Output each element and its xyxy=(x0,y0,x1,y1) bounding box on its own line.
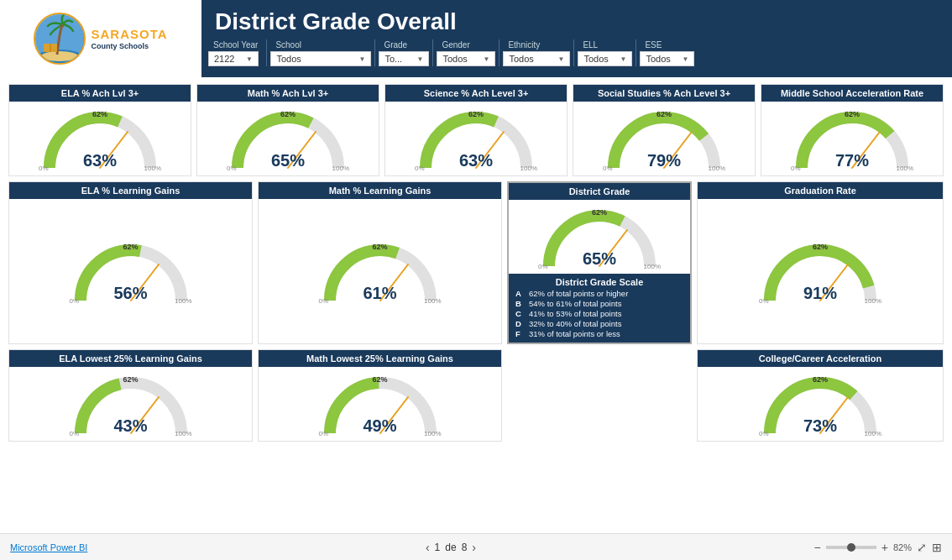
row-3: ELA Lowest 25% Learning Gains 62% 43% 0% xyxy=(8,349,944,442)
page-current: 1 xyxy=(435,542,441,553)
grade-b-letter: B xyxy=(515,299,524,308)
math-ach-card: Math % Ach Lvl 3+ 62% 65% 0% 100% xyxy=(196,84,379,176)
grade-scale-row-c: C 41% to 53% of total points xyxy=(515,309,683,318)
ms-accel-body: 62% 77% 0% 100% xyxy=(761,102,943,175)
grade-d-desc: 32% to 40% of total points xyxy=(529,319,621,328)
logo: SARASOTA County Schools xyxy=(34,13,167,65)
svg-point-2 xyxy=(41,51,78,61)
header: SARASOTA County Schools District Grade O… xyxy=(0,0,952,77)
row2-left: ELA % Learning Gains 62% 56% 0% 100% xyxy=(8,181,502,344)
zoom-minus-button[interactable]: − xyxy=(814,541,821,554)
grade-scale-row-f: F 31% of total points or less xyxy=(515,329,683,338)
divider xyxy=(573,39,574,66)
ela-low25-body: 62% 43% 0% 100% xyxy=(9,367,252,441)
filter-label-ethnicity: Ethnicity xyxy=(503,39,545,51)
fullscreen-icon[interactable]: ⤢ xyxy=(917,541,927,554)
science-ach-body: 62% 63% 0% 100% xyxy=(385,102,567,175)
math-low25-body: 62% 49% 0% 100% xyxy=(259,367,501,441)
grade-scale-rows: A 62% of total points or higher B 54% to… xyxy=(515,289,683,338)
page-separator: de xyxy=(445,542,456,553)
grade-d-letter: D xyxy=(515,319,524,328)
grade-f-desc: 31% of total points or less xyxy=(529,329,620,338)
zoom-plus-button[interactable]: + xyxy=(881,541,888,554)
graduation-body: 62% 91% 0% 100% xyxy=(698,199,943,343)
filter-label-ell: ELL xyxy=(578,39,603,51)
filter-ese[interactable]: Todos ▼ xyxy=(640,51,694,66)
row3-right: College/Career Acceleration 62% 73% 0% xyxy=(697,349,944,442)
science-ach-title: Science % Ach Level 3+ xyxy=(385,85,567,102)
focus-mode-icon[interactable]: ⊞ xyxy=(932,541,942,554)
ela-gains-title: ELA % Learning Gains xyxy=(9,182,252,199)
row3-left: ELA Lowest 25% Learning Gains 62% 43% 0% xyxy=(8,349,502,442)
svg-point-3 xyxy=(60,24,64,28)
powerbi-link[interactable]: Microsoft Power BI xyxy=(10,542,87,552)
row-1: ELA % Ach Lvl 3+ 62% 63% 0% 100% xyxy=(8,84,944,176)
ela-ach-card: ELA % Ach Lvl 3+ 62% 63% 0% 100% xyxy=(8,84,191,176)
page-total: 8 xyxy=(462,542,468,553)
math-gains-title: Math % Learning Gains xyxy=(259,182,501,199)
math-low25-title: Math Lowest 25% Learning Gains xyxy=(259,350,501,367)
filter-label-grade: Grade xyxy=(379,39,412,51)
ela-ach-title: ELA % Ach Lvl 3+ xyxy=(9,85,191,102)
grade-scale-row-a: A 62% of total points or higher xyxy=(515,289,683,298)
filter-label-school: School xyxy=(270,39,306,51)
college-career-title: College/Career Acceleration xyxy=(698,350,943,367)
zoom-thumb xyxy=(847,543,855,552)
main-title: District Grade Overall xyxy=(215,8,457,34)
zoom-level: 82% xyxy=(893,542,912,552)
ms-accel-card: Middle School Acceleration Rate 62% 77% … xyxy=(761,84,944,176)
filter-gender[interactable]: Todos ▼ xyxy=(437,51,495,66)
filter-group-grade: Grade To... ▼ xyxy=(379,39,429,66)
math-low25-card: Math Lowest 25% Learning Gains 62% 49% 0… xyxy=(258,349,502,442)
ela-gains-body: 62% 56% 0% 100% xyxy=(9,199,252,343)
logo-area: SARASOTA County Schools xyxy=(0,0,201,77)
page-prev-button[interactable]: ‹ xyxy=(426,541,430,554)
grade-scale: District Grade Scale A 62% of total poin… xyxy=(509,274,690,343)
grade-a-letter: A xyxy=(515,289,524,298)
filter-bar: School Year 2122 ▼ School Todos ▼ xyxy=(201,39,952,66)
divider xyxy=(636,39,636,66)
graduation-title: Graduation Rate xyxy=(698,182,943,199)
grade-b-desc: 54% to 61% of total points xyxy=(529,299,621,308)
math-ach-body: 62% 65% 0% 100% xyxy=(197,102,379,175)
college-career-body: 62% 73% 0% 100% xyxy=(698,367,943,441)
filter-school-year[interactable]: 2122 ▼ xyxy=(208,51,259,66)
filter-value-school: Todos xyxy=(276,54,301,64)
filter-grade[interactable]: To... ▼ xyxy=(379,51,429,66)
filter-ethnicity[interactable]: Todos ▼ xyxy=(503,51,570,66)
divider xyxy=(499,39,500,66)
bottom-bar: Microsoft Power BI ‹ 1 de 8 › − + 82% ⤢ … xyxy=(0,533,952,560)
title-filter-area: District Grade Overall School Year 2122 … xyxy=(201,0,952,77)
logo-county: County Schools xyxy=(91,42,167,51)
grade-f-letter: F xyxy=(515,329,524,338)
chevron-icon: ▼ xyxy=(682,55,688,63)
math-gains-card: Math % Learning Gains 62% 61% 0% 100% xyxy=(258,181,502,344)
filter-school[interactable]: Todos ▼ xyxy=(270,51,371,66)
grade-c-desc: 41% to 53% of total points xyxy=(529,309,621,318)
main-container: SARASOTA County Schools District Grade O… xyxy=(0,0,952,560)
social-ach-card: Social Studies % Ach Level 3+ 62% 79% 0%… xyxy=(573,84,756,176)
chevron-icon: ▼ xyxy=(620,55,626,63)
grade-a-desc: 62% of total points or higher xyxy=(529,289,628,298)
filter-group-ell: ELL Todos ▼ xyxy=(578,39,632,66)
filter-value-ell: Todos xyxy=(583,54,608,64)
zoom-bar: − + 82% ⤢ ⊞ xyxy=(814,541,942,554)
row-2: ELA % Learning Gains 62% 56% 0% 100% xyxy=(8,181,944,344)
filter-value-grade: To... xyxy=(384,54,402,64)
chevron-icon: ▼ xyxy=(416,55,423,63)
filter-value-ese: Todos xyxy=(646,54,670,64)
logo-image xyxy=(34,13,86,65)
zoom-slider[interactable] xyxy=(826,546,876,549)
college-career-card: College/Career Acceleration 62% 73% 0% xyxy=(697,349,944,442)
row2-right: Graduation Rate 62% 91% 0% 100% xyxy=(697,181,944,344)
math-ach-title: Math % Ach Lvl 3+ xyxy=(197,85,379,102)
district-grade-container: District Grade 62% 65% 0% 100% xyxy=(507,181,692,344)
divider xyxy=(432,39,433,66)
filter-ell[interactable]: Todos ▼ xyxy=(578,51,632,66)
row3-middle-spacer xyxy=(507,349,692,442)
ela-low25-card: ELA Lowest 25% Learning Gains 62% 43% 0% xyxy=(8,349,253,442)
ela-ach-body: 62% 63% 0% 100% xyxy=(9,102,191,175)
page-next-button[interactable]: › xyxy=(472,541,476,554)
grade-scale-title: District Grade Scale xyxy=(515,277,683,287)
chevron-icon: ▼ xyxy=(246,55,253,63)
